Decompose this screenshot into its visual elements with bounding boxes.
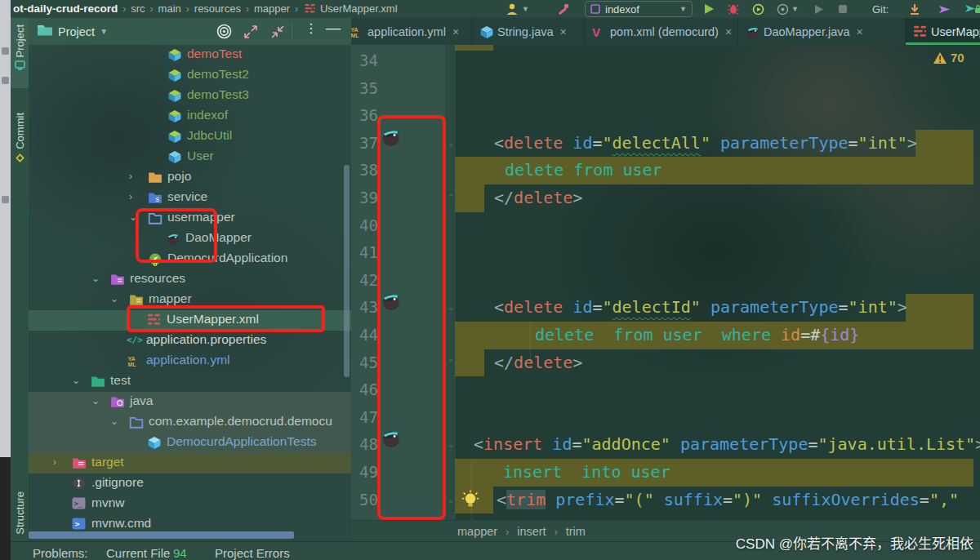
- user-account-icon[interactable]: ▼: [505, 0, 529, 18]
- tree-item-democurdapplicationtests[interactable]: DemocurdApplicationTests: [29, 433, 351, 453]
- tool-window-tab-commit[interactable]: Commit: [11, 93, 29, 171]
- yaml-file-icon: YAML: [127, 354, 141, 368]
- file-breadcrumb[interactable]: ot-daily-crud-record›src›main›resources›…: [13, 0, 398, 18]
- run-button[interactable]: [703, 0, 715, 18]
- editor-tab-pom-xml-democurd-[interactable]: Vpom.xml (democurd)×: [585, 18, 738, 45]
- mybatis-file-icon: [913, 25, 926, 38]
- close-tab-icon[interactable]: ×: [725, 25, 732, 38]
- project-panel-header: Project ▼ ⋮ —: [29, 18, 351, 45]
- tree-item-demotest3[interactable]: demoTest3: [29, 86, 351, 106]
- chevron-right-icon[interactable]: ›: [53, 456, 56, 468]
- sql-injection-highlight: [455, 45, 493, 51]
- debug-button[interactable]: [728, 0, 739, 18]
- breadcrumb-item[interactable]: ot-daily-crud-record: [13, 2, 118, 15]
- run-configuration-select[interactable]: indexof ▼: [585, 1, 693, 17]
- tree-item-label: java: [130, 393, 153, 408]
- project-panel-title[interactable]: Project: [58, 25, 95, 38]
- code-breadcrumb-item[interactable]: mapper: [457, 525, 497, 538]
- chevron-down-icon[interactable]: ⌄: [72, 375, 80, 386]
- close-tab-icon[interactable]: ×: [560, 25, 567, 38]
- tree-item-label: .gitignore: [91, 475, 144, 490]
- project-tool-icon: [15, 60, 25, 70]
- intention-bulb-icon[interactable]: [461, 490, 483, 513]
- tree-item-label: demoTest: [187, 47, 242, 61]
- tree-item-resources[interactable]: ⌄resources: [29, 269, 351, 290]
- breadcrumb-item[interactable]: resources: [194, 2, 241, 15]
- panel-options-icon[interactable]: ⋮: [305, 20, 318, 36]
- fold-marker-icon[interactable]: ⌃: [446, 349, 456, 377]
- chevron-down-icon[interactable]: ⌄: [91, 273, 100, 284]
- problems-tab-current-file[interactable]: Current File: [106, 546, 170, 560]
- tree-item-java[interactable]: ⌄java: [29, 392, 351, 412]
- line-number: 39: [351, 184, 378, 212]
- locate-file-icon[interactable]: [216, 24, 232, 39]
- chevron-right-icon[interactable]: ›: [129, 171, 132, 182]
- code-line-45: </delete>: [494, 349, 582, 377]
- config-checkbox-icon: [590, 4, 600, 14]
- tree-item-application-yml[interactable]: YAMLapplication.yml: [29, 351, 351, 371]
- tree-item-user[interactable]: User: [29, 147, 351, 167]
- problems-tab-project-errors[interactable]: Project Errors: [215, 546, 290, 560]
- collapse-all-icon[interactable]: [270, 24, 285, 39]
- fold-marker-icon[interactable]: ⌄: [446, 487, 456, 514]
- tree-item-indexof[interactable]: indexof: [29, 106, 351, 127]
- tree-item-target[interactable]: ›target: [29, 453, 351, 473]
- tree-item-test[interactable]: ⌄test: [29, 371, 351, 392]
- line-number: 41: [351, 239, 378, 267]
- tree-item-pojo[interactable]: ›pojo: [29, 167, 351, 188]
- svg-text:>: >: [75, 519, 80, 528]
- breadcrumb-item[interactable]: UserMapper.xml: [320, 2, 398, 15]
- breadcrumb-separator: ›: [122, 3, 126, 15]
- tree-horizontal-scrollbar[interactable]: [29, 531, 294, 539]
- mybatis-bird-icon: [746, 25, 759, 38]
- project-selector-caret[interactable]: ▼: [100, 27, 108, 36]
- tree-item-jdbcutil[interactable]: JdbcUtil: [29, 127, 351, 147]
- tree-item--gitignore[interactable]: .gitignore: [29, 473, 351, 494]
- code-breadcrumb-item[interactable]: trim: [566, 525, 586, 538]
- tree-item-application-properties[interactable]: </>application.properties: [29, 331, 351, 351]
- chevron-down-icon[interactable]: ⌄: [91, 395, 100, 407]
- stop-button[interactable]: [838, 0, 848, 18]
- run-disabled-button[interactable]: [813, 0, 824, 18]
- editor-tab-daomapper-java[interactable]: DaoMapper.java×: [738, 18, 906, 45]
- expand-all-icon[interactable]: [243, 24, 258, 39]
- warning-triangle-icon: [933, 51, 947, 64]
- git-push-icon[interactable]: [938, 0, 951, 18]
- git-update-icon[interactable]: [909, 0, 920, 18]
- chevron-right-icon[interactable]: ›: [129, 191, 132, 202]
- editor-tab-application-yml[interactable]: YAMLapplication.yml×: [351, 18, 472, 45]
- tool-window-tab-project[interactable]: Project: [11, 18, 29, 88]
- tree-item-com-example-democrud-democu[interactable]: ⌄com.example.democrud.democu: [29, 412, 351, 433]
- fold-marker-icon[interactable]: ⌄: [446, 130, 456, 158]
- inspection-warning-widget[interactable]: 70: [933, 51, 964, 64]
- line-number: 40: [351, 212, 378, 240]
- svg-text:YA: YA: [128, 356, 136, 362]
- close-tab-icon[interactable]: ×: [452, 25, 459, 38]
- tree-item-demotest2[interactable]: demoTest2: [29, 65, 351, 86]
- tab-label: application.yml: [368, 25, 446, 38]
- tree-item-label: mapper: [149, 291, 192, 306]
- fold-marker-icon[interactable]: ⌄: [446, 431, 456, 459]
- breadcrumb-item[interactable]: mapper: [254, 2, 290, 15]
- fold-marker-icon[interactable]: ⌃: [446, 184, 456, 212]
- tree-vertical-scrollbar[interactable]: [344, 165, 350, 377]
- editor-tab-usermapper-xml[interactable]: UserMapper.xml: [906, 18, 980, 45]
- close-tab-icon[interactable]: ×: [857, 25, 863, 38]
- breadcrumb-item[interactable]: main: [158, 2, 181, 15]
- build-hammer-icon[interactable]: [556, 0, 570, 18]
- hide-panel-icon[interactable]: —: [326, 20, 341, 37]
- run-with-coverage-button[interactable]: [752, 0, 764, 18]
- tree-item-service[interactable]: ›sservice: [29, 188, 351, 208]
- git-push-protected-icon[interactable]: [964, 0, 980, 18]
- tree-item-demotest[interactable]: demoTest: [29, 45, 351, 65]
- editor-tab-string-java[interactable]: String.java×: [472, 18, 585, 45]
- fold-marker-icon[interactable]: ⌄: [446, 294, 456, 322]
- code-breadcrumb-item[interactable]: insert: [517, 525, 546, 538]
- line-number: 46: [351, 376, 378, 404]
- chevron-down-icon[interactable]: ⌄: [110, 293, 118, 304]
- breadcrumb-item[interactable]: src: [131, 2, 145, 15]
- chevron-down-icon[interactable]: ⌄: [110, 416, 118, 427]
- tree-item-mvnw[interactable]: >_mvnw: [29, 494, 351, 514]
- project-tree: demoTestdemoTest2demoTest3indexofJdbcUti…: [29, 45, 351, 535]
- profiler-button[interactable]: ▼: [777, 0, 799, 18]
